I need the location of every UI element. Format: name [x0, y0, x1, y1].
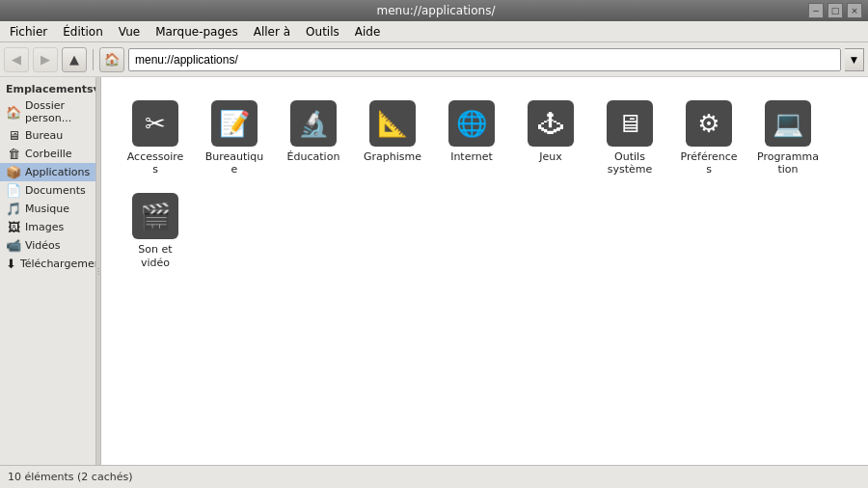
sidebar-item-music[interactable]: 🎵Musique — [0, 200, 95, 218]
education-icon: 🔬 — [290, 100, 337, 147]
address-dropdown-button[interactable]: ▼ — [845, 48, 864, 71]
music-icon: 🎵 — [6, 202, 21, 216]
internet-label: Internet — [450, 150, 493, 163]
sidebar-label-home: Dossier person... — [25, 99, 90, 124]
menu-item-marquepages[interactable]: Marque-pages — [149, 23, 244, 41]
app-icon-accessories[interactable]: ✂Accessoires — [121, 96, 190, 179]
menu-item-vue[interactable]: Vue — [113, 23, 146, 41]
menu-bar: FichierÉditionVueMarque-pagesAller àOuti… — [0, 21, 868, 42]
sidebar-item-downloads[interactable]: ⬇Téléchargements — [0, 255, 95, 273]
preferences-label: Préférences — [678, 150, 740, 176]
menu-item-dition[interactable]: Édition — [57, 23, 109, 41]
menu-item-fichier[interactable]: Fichier — [4, 23, 53, 41]
sidebar-label-desktop: Bureau — [25, 129, 63, 142]
toolbar-separator — [93, 49, 94, 70]
sidebar-section-header: Emplacements ▼ — [0, 81, 95, 97]
home-button[interactable]: 🏠 — [99, 47, 124, 72]
minimize-button[interactable]: − — [808, 3, 824, 18]
main-layout: Emplacements ▼ 🏠Dossier person...🖥Bureau… — [0, 77, 868, 465]
sidebar-label-downloads: Téléchargements — [20, 258, 96, 270]
app-icon-preferences[interactable]: ⚙Préférences — [674, 96, 744, 179]
app-icon-bureautique[interactable]: 📝Bureautique — [200, 96, 269, 179]
sidebar-label-images: Images — [25, 221, 64, 233]
up-button[interactable]: ▲ — [62, 47, 87, 72]
title-bar: menu://applications/ − □ × — [0, 0, 868, 21]
close-button[interactable]: × — [847, 3, 862, 18]
sidebar-item-documents[interactable]: 📄Documents — [0, 181, 95, 200]
toolbar: ◀ ▶ ▲ 🏠 ▼ — [0, 42, 868, 77]
status-bar: 10 éléments (2 cachés) — [0, 465, 868, 488]
sidebar-items: 🏠Dossier person...🖥Bureau🗑Corbeille📦Appl… — [0, 97, 95, 273]
accessories-label: Accessoires — [124, 150, 186, 176]
downloads-icon: ⬇ — [6, 257, 16, 271]
documents-icon: 📄 — [6, 183, 21, 198]
education-label: Éducation — [287, 150, 340, 163]
sidebar-label-music: Musique — [25, 203, 69, 215]
bureautique-label: Bureautique — [203, 150, 265, 176]
menu-item-aller[interactable]: Aller à — [248, 23, 296, 41]
content-area: ✂Accessoires📝Bureautique🔬Éducation📐Graph… — [101, 77, 868, 465]
programmation-icon: 💻 — [765, 100, 811, 147]
desktop-icon: 🖥 — [6, 128, 21, 143]
app-icon-jeux[interactable]: 🕹Jeux — [516, 96, 585, 179]
app-icon-programmation[interactable]: 💻Programmation — [753, 96, 823, 179]
item-count: 10 éléments (2 cachés) — [8, 471, 132, 483]
window-controls: − □ × — [808, 3, 862, 18]
trash-icon: 🗑 — [6, 147, 21, 161]
sidebar-label-trash: Corbeille — [25, 148, 72, 160]
sidebar-item-trash[interactable]: 🗑Corbeille — [0, 145, 95, 163]
address-bar[interactable] — [128, 48, 841, 71]
back-button[interactable]: ◀ — [4, 47, 29, 72]
app-icon-graphisme[interactable]: 📐Graphisme — [358, 96, 427, 179]
jeux-label: Jeux — [539, 150, 562, 163]
outils-systeme-icon: 🖥 — [607, 100, 653, 147]
address-input[interactable] — [135, 53, 834, 67]
bureautique-icon: 📝 — [211, 100, 258, 147]
images-icon: 🖼 — [6, 220, 21, 234]
menu-item-outils[interactable]: Outils — [300, 23, 345, 41]
app-icon-internet[interactable]: 🌐Internet — [437, 96, 506, 179]
section-label: Emplacements — [6, 83, 94, 95]
accessories-icon: ✂ — [132, 100, 178, 147]
app-icon-outils-systeme[interactable]: 🖥Outils système — [595, 96, 665, 179]
sidebar-label-applications: Applications — [25, 166, 90, 178]
sidebar-item-applications[interactable]: 📦Applications — [0, 163, 95, 181]
app-icon-son-video[interactable]: 🎬Son et vidéo — [121, 189, 190, 272]
son-video-label: Son et vidéo — [124, 243, 186, 268]
son-video-icon: 🎬 — [132, 193, 178, 239]
window-title: menu://applications/ — [64, 4, 808, 17]
sidebar-item-images[interactable]: 🖼Images — [0, 218, 95, 236]
sidebar-item-home[interactable]: 🏠Dossier person... — [0, 97, 95, 126]
sidebar-item-desktop[interactable]: 🖥Bureau — [0, 126, 95, 145]
jeux-icon: 🕹 — [528, 100, 574, 147]
forward-button[interactable]: ▶ — [33, 47, 58, 72]
internet-icon: 🌐 — [448, 100, 495, 147]
menu-item-aide[interactable]: Aide — [349, 23, 387, 41]
sidebar-label-documents: Documents — [25, 184, 86, 197]
sidebar-item-videos[interactable]: 📹Vidéos — [0, 236, 95, 255]
preferences-icon: ⚙ — [686, 100, 732, 147]
programmation-label: Programmation — [757, 150, 819, 176]
applications-icon: 📦 — [6, 165, 21, 179]
sidebar: Emplacements ▼ 🏠Dossier person...🖥Bureau… — [0, 77, 96, 465]
graphisme-icon: 📐 — [369, 100, 416, 147]
sidebar-label-videos: Vidéos — [25, 239, 61, 252]
home-icon: 🏠 — [6, 105, 21, 120]
restore-button[interactable]: □ — [827, 3, 843, 18]
app-icon-education[interactable]: 🔬Éducation — [279, 96, 348, 179]
graphisme-label: Graphisme — [364, 150, 421, 163]
videos-icon: 📹 — [6, 238, 21, 253]
outils-systeme-label: Outils système — [599, 150, 661, 176]
